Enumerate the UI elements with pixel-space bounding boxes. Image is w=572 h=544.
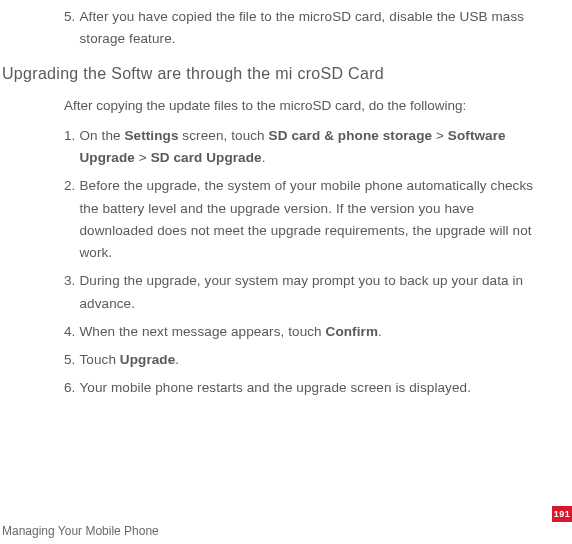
text-span: > [432, 128, 448, 143]
step-text: During the upgrade, your system may prom… [79, 270, 536, 315]
step-number: 2. [64, 175, 75, 264]
step-item: 6.Your mobile phone restarts and the upg… [64, 377, 536, 399]
step-text: On the Settings screen, touch SD card & … [79, 125, 536, 170]
text-span: During the upgrade, your system may prom… [79, 273, 523, 310]
step-number: 1. [64, 125, 75, 170]
section-intro: After copying the update files to the mi… [2, 95, 540, 117]
text-span: screen, touch [179, 128, 269, 143]
step-text: Your mobile phone restarts and the upgra… [79, 377, 536, 399]
step-text: Touch Upgrade. [79, 349, 536, 371]
step-number: 4. [64, 321, 75, 343]
bold-term: Settings [124, 128, 178, 143]
step-item: 4.When the next message appears, touch C… [64, 321, 536, 343]
step-text: When the next message appears, touch Con… [79, 321, 536, 343]
step-item: 3.During the upgrade, your system may pr… [64, 270, 536, 315]
pre-step-number: 5. [64, 6, 75, 51]
footer-text: Managing Your Mobile Phone [2, 524, 159, 538]
bold-term: Confirm [326, 324, 378, 339]
step-item: 2.Before the upgrade, the system of your… [64, 175, 536, 264]
bold-term: SD card Upgrade [151, 150, 262, 165]
step-text: Before the upgrade, the system of your m… [79, 175, 536, 264]
text-span: On the [79, 128, 124, 143]
step-number: 5. [64, 349, 75, 371]
step-number: 3. [64, 270, 75, 315]
text-span: . [262, 150, 266, 165]
text-span: When the next message appears, touch [79, 324, 325, 339]
page-number-tab: 191 [552, 506, 572, 522]
bold-term: Upgrade [120, 352, 175, 367]
pre-step-text: After you have copied the file to the mi… [79, 6, 536, 51]
step-item: 5.Touch Upgrade. [64, 349, 536, 371]
text-span: . [175, 352, 179, 367]
section-heading: Upgrading the Softw are through the mi c… [2, 65, 540, 83]
text-span: Your mobile phone restarts and the upgra… [79, 380, 471, 395]
text-span: Touch [79, 352, 119, 367]
bold-term: SD card & phone storage [269, 128, 433, 143]
pre-step-item: 5. After you have copied the file to the… [64, 6, 536, 51]
text-span: Before the upgrade, the system of your m… [79, 178, 533, 260]
steps-list: 1.On the Settings screen, touch SD card … [2, 125, 540, 400]
pre-steps-block: 5. After you have copied the file to the… [2, 6, 540, 51]
text-span: > [135, 150, 151, 165]
step-number: 6. [64, 377, 75, 399]
text-span: . [378, 324, 382, 339]
step-item: 1.On the Settings screen, touch SD card … [64, 125, 536, 170]
